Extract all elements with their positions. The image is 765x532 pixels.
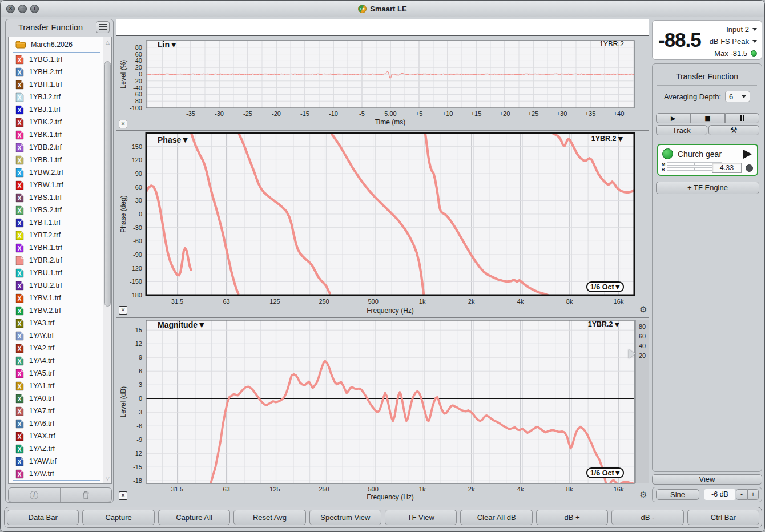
- track-button[interactable]: Track: [656, 125, 707, 135]
- svg-text:9: 9: [139, 354, 142, 361]
- file-item[interactable]: X1YBB.1.trf: [9, 154, 104, 166]
- phase-smoothing-menu[interactable]: 1/6 Oct▼: [586, 281, 624, 292]
- toolbar-button-reset-avg[interactable]: Reset Avg: [233, 510, 305, 525]
- svg-text:X: X: [18, 182, 22, 188]
- toolbar-button-capture-all[interactable]: Capture All: [158, 510, 230, 525]
- file-item[interactable]: X1YAZ.trf: [9, 442, 104, 455]
- file-item[interactable]: X1YBG.1.trf: [9, 53, 104, 66]
- scroll-up-icon[interactable]: △: [103, 38, 112, 46]
- record-button[interactable]: [746, 164, 753, 172]
- scrollbar-thumb[interactable]: [104, 61, 111, 307]
- svg-text:-30: -30: [215, 110, 224, 117]
- level-decrease-button[interactable]: -: [736, 489, 747, 500]
- file-item[interactable]: X1YA1.trf: [9, 380, 104, 392]
- file-item[interactable]: X1YA0.trf: [9, 392, 104, 405]
- file-item[interactable]: X1YAY.trf: [9, 329, 104, 342]
- magnitude-chart-type-menu[interactable]: Magnitude▼: [158, 320, 204, 329]
- toolbar-button-capture[interactable]: Capture: [82, 510, 154, 525]
- file-item[interactable]: X1YBT.1.trf: [9, 216, 104, 229]
- toolbar-button-db-[interactable]: dB -: [611, 510, 683, 525]
- scroll-down-icon[interactable]: ▽: [103, 474, 112, 482]
- file-item[interactable]: X1YBW.1.trf: [9, 179, 104, 191]
- close-pane-button[interactable]: ✕: [119, 120, 127, 128]
- file-list-scrollbar[interactable]: △ ▽: [103, 37, 111, 483]
- folder-item[interactable]: March6.2026: [9, 37, 104, 52]
- file-item[interactable]: X1YBJ.1.trf: [9, 103, 104, 116]
- stop-icon: ■: [704, 115, 710, 122]
- add-tf-engine-button[interactable]: + TF Engine: [656, 182, 759, 194]
- file-item[interactable]: X1YBH.1.trf: [9, 78, 104, 91]
- play-button[interactable]: ▶: [656, 113, 690, 123]
- file-item[interactable]: X1YBT.2.trf: [9, 229, 104, 241]
- phase-trace-menu[interactable]: 1YBR.2▼: [591, 135, 623, 143]
- toolbar-button-tf-view[interactable]: TF View: [385, 510, 457, 525]
- file-item[interactable]: X1YBU.2.trf: [9, 279, 104, 292]
- svg-text:X: X: [18, 220, 22, 226]
- engine-play-icon[interactable]: [743, 150, 752, 159]
- file-item[interactable]: X1YA4.trf: [9, 354, 104, 367]
- pause-button[interactable]: [725, 113, 759, 123]
- file-item[interactable]: X1YBS.1.trf: [9, 191, 104, 204]
- file-item[interactable]: X1YBK.1.trf: [9, 128, 104, 141]
- folder-item[interactable]: [9, 481, 104, 484]
- svg-text:150: 150: [132, 143, 142, 150]
- file-item[interactable]: X1YAW.trf: [9, 455, 104, 467]
- magnitude-smoothing-menu[interactable]: 1/6 Oct▼: [586, 467, 624, 478]
- close-pane-button[interactable]: ✕: [119, 491, 127, 500]
- file-item[interactable]: X1YAV.trf: [9, 467, 104, 480]
- level-increase-button[interactable]: +: [747, 489, 759, 500]
- svg-text:X: X: [18, 383, 22, 389]
- sidebar-menu-button[interactable]: [96, 21, 110, 33]
- impulse-plot[interactable]: -35-30-25-20-15-10-55.00+5+10+15+20+25+3…: [116, 37, 649, 131]
- input-select[interactable]: Input 2: [726, 25, 757, 34]
- file-icon: X: [15, 419, 24, 429]
- file-item[interactable]: X1YA2.trf: [9, 342, 104, 354]
- file-item[interactable]: X1YBS.2.trf: [9, 204, 104, 216]
- svg-text:20: 20: [135, 64, 142, 71]
- stop-button[interactable]: ■: [690, 113, 724, 123]
- magnitude-trace-menu[interactable]: 1YBR.2▼: [588, 320, 619, 328]
- svg-text:-80: -80: [133, 98, 142, 104]
- file-item[interactable]: X1YA7.trf: [9, 405, 104, 417]
- file-item[interactable]: X1YBH.2.trf: [9, 66, 104, 78]
- dropdown-icon: ▼: [199, 321, 204, 329]
- file-icon: X: [15, 155, 24, 165]
- file-item[interactable]: X1YBK.2.trf: [9, 116, 104, 128]
- file-item[interactable]: 1YBR.2.trf: [9, 254, 104, 267]
- file-item[interactable]: X1YBU.1.trf: [9, 267, 104, 279]
- phase-plot[interactable]: 31.5631252505001k2k4k8k16k1501209060300-…: [116, 131, 649, 318]
- file-item[interactable]: X1YA6.trf: [9, 417, 104, 430]
- generator-type-button[interactable]: Sine: [656, 489, 699, 500]
- toolbar-button-spectrum-view[interactable]: Spectrum View: [309, 510, 381, 525]
- view-button[interactable]: View: [652, 474, 762, 485]
- file-item[interactable]: X1YAX.trf: [9, 430, 104, 442]
- coherence-threshold-handle[interactable]: [629, 349, 635, 358]
- meter-unit-select[interactable]: dB FS Peak: [710, 37, 757, 46]
- tf-engine-church-gear[interactable]: Church gear M R 4.33: [657, 144, 758, 176]
- tools-button[interactable]: ⚒: [708, 125, 760, 135]
- info-button[interactable]: i: [9, 488, 60, 502]
- averaging-depth-select[interactable]: 6: [725, 91, 750, 102]
- file-item[interactable]: X1YA5.trf: [9, 367, 104, 380]
- impulse-chart-type-menu[interactable]: Lin▼: [158, 40, 176, 49]
- title-bar[interactable]: ✕ − + LE Smaart LE: [1, 1, 764, 17]
- phase-chart-type-menu[interactable]: Phase▼: [158, 135, 188, 144]
- toolbar-button-db-[interactable]: dB +: [536, 510, 608, 525]
- file-item[interactable]: X1YA3.trf: [9, 317, 104, 329]
- delay-value-field[interactable]: 4.33: [712, 163, 742, 173]
- file-item[interactable]: X1YBR.1.trf: [9, 241, 104, 254]
- file-item[interactable]: X1YBJ.2.trf: [9, 91, 104, 103]
- magnitude-plot[interactable]: 31.5631252505001k2k4k8k16k15129630-3-6-9…: [116, 318, 649, 503]
- toolbar-button-data-bar[interactable]: Data Bar: [7, 510, 79, 525]
- delete-button[interactable]: [60, 488, 112, 502]
- close-pane-button[interactable]: ✕: [119, 306, 127, 315]
- file-item[interactable]: X1YBB.2.trf: [9, 141, 104, 154]
- toolbar-button-clear-all-db[interactable]: Clear All dB: [460, 510, 532, 525]
- magnitude-settings-button[interactable]: ⚙: [638, 490, 649, 500]
- file-item[interactable]: X1YBV.2.trf: [9, 304, 104, 317]
- toolbar-button-ctrl-bar[interactable]: Ctrl Bar: [687, 510, 759, 525]
- file-item[interactable]: X1YBW.2.trf: [9, 166, 104, 179]
- file-list[interactable]: March6.2026X1YBG.1.trfX1YBH.2.trfX1YBH.1…: [8, 37, 112, 484]
- phase-settings-button[interactable]: ⚙: [638, 304, 649, 315]
- file-item[interactable]: X1YBV.1.trf: [9, 292, 104, 304]
